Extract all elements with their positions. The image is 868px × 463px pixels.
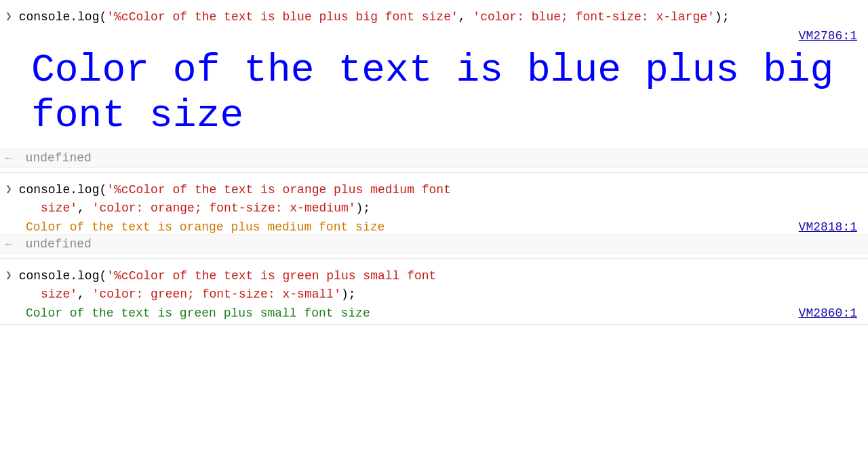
vm-link-3[interactable]: VM2860:1 (799, 306, 857, 320)
code-text-2: console.log('%cColor of the text is oran… (19, 181, 451, 218)
undefined-line-1: ← undefined (0, 148, 868, 168)
string-arg-2b: 'color: orange; font-size: x-medium' (92, 201, 356, 215)
input-arrow-1: ❯ (5, 9, 12, 23)
output-text-2: Color of the text is orange plus medium … (0, 220, 799, 234)
return-arrow-1: ← (5, 153, 12, 165)
undefined-line-2: ← undefined (0, 234, 868, 254)
input-arrow-2: ❯ (5, 182, 12, 196)
string-arg-3b: 'color: green; font-size: x-small' (92, 287, 341, 301)
fn-name-2: console.log( (19, 183, 107, 197)
console-entry-3: ❯ console.log('%cColor of the text is gr… (0, 259, 868, 325)
fn-close-1: ); (715, 10, 730, 24)
undefined-text-1: undefined (19, 151, 92, 165)
input-line-3: ❯ console.log('%cColor of the text is gr… (0, 263, 868, 306)
output-row-3: Color of the text is green plus small fo… (0, 306, 868, 320)
vm-link-container-1: VM2786:1 (0, 29, 868, 44)
input-line-1: ❯ console.log('%cColor of the text is bl… (0, 4, 868, 29)
output-row-2: Color of the text is orange plus medium … (0, 220, 868, 234)
vm-link-1[interactable]: VM2786:1 (799, 29, 857, 43)
console-entry-2: ❯ console.log('%cColor of the text is or… (0, 173, 868, 259)
fn-close-2: ); (356, 201, 371, 215)
fn-sep-1: , (458, 10, 473, 24)
return-arrow-2: ← (5, 239, 12, 251)
fn-sep-2: , (77, 201, 92, 215)
input-line-2: ❯ console.log('%cColor of the text is or… (0, 177, 868, 220)
undefined-text-2: undefined (19, 237, 92, 251)
fn-sep-3: , (77, 287, 92, 301)
string-arg-1a: '%cColor of the text is blue plus big fo… (106, 10, 458, 24)
input-arrow-3: ❯ (5, 268, 12, 282)
string-arg-1b: 'color: blue; font-size: x-large' (473, 10, 714, 24)
vm-link-2[interactable]: VM2818:1 (799, 220, 857, 234)
output-text-1: Color of the text is blue plus big font … (5, 45, 860, 144)
fn-close-3: ); (341, 287, 356, 301)
output-line-1: Color of the text is blue plus big font … (0, 44, 868, 148)
console-panel: ❯ console.log('%cColor of the text is bl… (0, 0, 868, 325)
console-entry-1: ❯ console.log('%cColor of the text is bl… (0, 0, 868, 173)
code-text-3: console.log('%cColor of the text is gree… (19, 267, 437, 304)
fn-name-1: console.log( (19, 10, 107, 24)
fn-name-3: console.log( (19, 269, 107, 283)
output-text-3: Color of the text is green plus small fo… (0, 306, 799, 320)
code-text-1: console.log('%cColor of the text is blue… (19, 8, 730, 26)
